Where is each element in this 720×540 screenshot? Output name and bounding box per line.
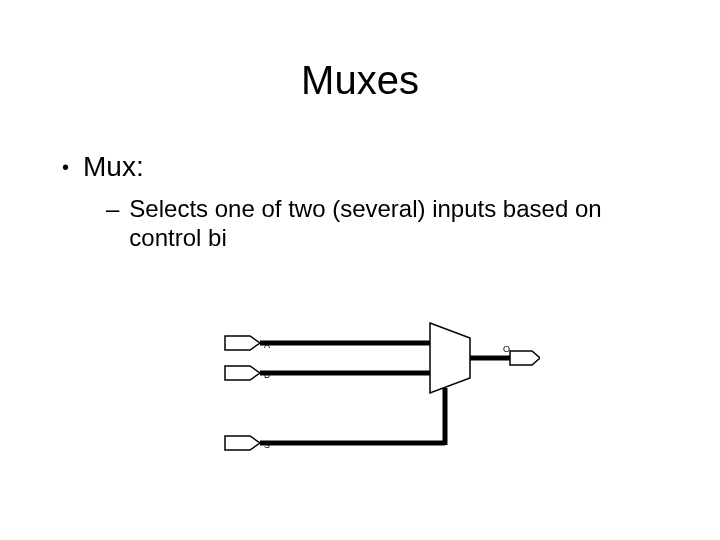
slide-title: Muxes [0,58,720,103]
bullet-2-text: Selects one of two (several) inputs base… [129,195,666,253]
mux-body-icon [430,323,470,393]
bullet-level-1: • Mux: [62,151,720,183]
mux-svg: A B S [220,318,540,488]
slide-content: • Mux: – Selects one of two (several) in… [62,151,720,253]
mux-diagram: A B S [220,318,540,492]
slide: Muxes • Mux: – Selects one of two (sever… [0,58,720,540]
output-pin-o: O [503,344,540,365]
wire-s [260,388,445,445]
bullet-dot-icon: • [62,156,69,179]
bullet-1-text: Mux: [83,151,144,183]
pin-label-o: O [503,344,510,354]
bullet-level-2: – Selects one of two (several) inputs ba… [106,195,666,253]
bullet-dash-icon: – [106,195,119,224]
